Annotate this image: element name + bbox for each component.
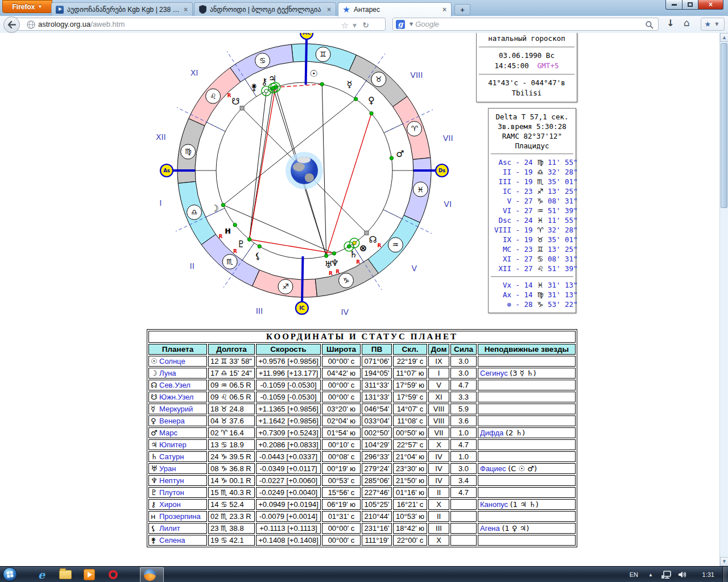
clock[interactable]: 1:31 <box>702 567 714 582</box>
planet-cell: ☉Солнце <box>148 356 207 367</box>
planet-cell: ♆Нептун <box>148 475 207 486</box>
latitude-cell: 00°00' с <box>322 523 361 534</box>
power-cell <box>450 511 477 522</box>
planet-link[interactable]: Хирон <box>159 500 181 509</box>
earth-globe <box>286 152 323 189</box>
planet-link[interactable]: Марс <box>159 429 177 437</box>
star-link[interactable]: Фациес <box>480 464 506 473</box>
house-label: VIII <box>410 70 423 80</box>
planet-link[interactable]: Меркурий <box>159 405 193 413</box>
internet-explorer-icon[interactable]: e <box>33 568 50 581</box>
planet-link[interactable]: Селена <box>159 536 185 544</box>
minimize-button[interactable] <box>665 0 682 10</box>
pv-cell: 210°44' <box>362 511 392 522</box>
media-player-icon[interactable] <box>81 568 98 581</box>
house-cell: VIII <box>428 404 449 414</box>
url-bar[interactable]: astrology.org.ua/aweb.htm ☆ ▼ ↻ <box>13 18 386 31</box>
column-header: Скорость <box>256 344 321 355</box>
bookmarks-button[interactable]: ★ ▼ <box>701 18 725 31</box>
longitude-cell: 12 ♊ 33' 58" <box>208 356 255 367</box>
close-button[interactable]: × <box>698 0 723 10</box>
opera-icon[interactable] <box>105 568 122 581</box>
download-icon[interactable]: ↓ <box>667 18 674 28</box>
scrollbar[interactable]: ▲ ▼ <box>719 33 728 566</box>
firefox-menu-button[interactable]: Firefox ▼ <box>2 0 52 13</box>
house-cell: II <box>428 511 449 522</box>
declination-cell: 16°21' с <box>393 499 427 510</box>
explorer-folder-icon[interactable] <box>57 568 74 581</box>
speed-cell: +0.1408 [+0.1408] <box>256 535 321 546</box>
planet-link[interactable]: Нептун <box>159 476 184 485</box>
maximize-button[interactable] <box>682 0 698 10</box>
planet-link[interactable]: Уран <box>159 464 176 473</box>
cusp-line: VIII - 19 ♈ 32' 28" <box>491 225 573 235</box>
scrollbar-thumb[interactable] <box>721 43 727 208</box>
star-link[interactable]: Канопус <box>480 500 508 509</box>
planet-link[interactable]: Плутон <box>159 488 184 497</box>
browser-navbar: astrology.org.ua/aweb.htm ☆ ▼ ↻ g ▼ Goog… <box>0 16 728 34</box>
cusp-line: Asc - 24 ♍ 11' 55" <box>491 157 573 167</box>
tab-1[interactable]: აუდიოჩანაწერები Kgb Kgb | 238 აუ... × <box>51 2 193 16</box>
star-link[interactable]: Сегинус <box>480 369 508 377</box>
svg-text:R: R <box>336 269 340 275</box>
planet-link[interactable]: Венера <box>159 417 185 425</box>
planet-cell: ♂Марс <box>148 427 207 438</box>
table-title-row: КООРДИНАТЫ И СТАТУС ПЛАНЕТ <box>148 331 576 343</box>
house-cell: V <box>428 380 449 390</box>
latitude-cell: 01°31' с <box>322 511 361 522</box>
sign-glyph: ♑ <box>343 276 350 285</box>
planet-link[interactable]: Южн.Узел <box>159 393 193 401</box>
declination-cell: 01°16' ю <box>393 487 427 498</box>
tab-close-icon[interactable]: × <box>441 6 448 14</box>
tab-antares-active[interactable]: ★ Антарес × <box>338 2 452 16</box>
moon-glyph: ☽ <box>210 203 218 214</box>
scroll-up-button[interactable]: ▲ <box>720 33 728 42</box>
planet-cell: ☿Меркурий <box>148 404 207 414</box>
new-tab-button[interactable]: + <box>454 4 470 15</box>
bookmark-star-icon[interactable]: ☆ <box>341 20 349 31</box>
start-button[interactable] <box>3 567 17 581</box>
language-indicator[interactable]: EN <box>630 567 638 582</box>
volume-icon[interactable] <box>678 567 687 582</box>
speed-cell: +0.1113 [+0.1113] <box>256 523 321 534</box>
house-label: IV <box>341 307 349 317</box>
planet-link[interactable]: Лилит <box>159 524 180 533</box>
tab-2[interactable]: ანდროიდი | ბლოგი ტექნოლოგია × <box>194 2 336 16</box>
fixed-star-cell <box>478 392 576 402</box>
planet-cell: ♀Венера <box>148 415 207 426</box>
power-cell: 1.0 <box>450 427 477 438</box>
planet-link[interactable]: Луна <box>159 369 176 377</box>
home-icon[interactable]: ⌂ <box>684 17 690 28</box>
chevron-down-icon[interactable]: ▼ <box>353 23 357 28</box>
star-link[interactable]: Агена <box>480 524 500 533</box>
search-icon[interactable] <box>646 21 653 29</box>
latitude-cell: 01°54' ю <box>322 427 361 438</box>
delta-t: Delta T 57,1 сек. <box>491 112 573 122</box>
cusp-line: Dsc - 24 ♓ 11' 55" <box>491 215 573 225</box>
planet-cell: нПрозерпина <box>148 511 207 522</box>
tab-close-icon[interactable]: × <box>326 6 332 14</box>
planet-link[interactable]: Сатурн <box>159 452 184 461</box>
planet-link[interactable]: Солнце <box>159 357 185 365</box>
scroll-down-button[interactable]: ▼ <box>720 557 728 566</box>
planet-link[interactable]: Прозерпина <box>159 512 201 521</box>
lilith-glyph: ⚸ <box>254 251 261 261</box>
tray-expand-icon[interactable]: ▲ <box>648 567 653 582</box>
tab-close-icon[interactable]: × <box>183 6 189 14</box>
search-box[interactable]: g ▼ Google <box>392 18 659 31</box>
houses-panel: Delta T 57,1 сек. Зв.время 5:30:28 RAMC … <box>488 108 576 313</box>
reload-icon[interactable]: ↻ <box>362 20 369 30</box>
show-desktop-button[interactable] <box>722 567 728 582</box>
url-path: /aweb.htm <box>90 20 125 28</box>
declination-cell: 22°57' с <box>393 439 427 450</box>
planet-link[interactable]: Сев.Узел <box>159 381 191 389</box>
birth-time: 14:45:00 <box>495 61 529 70</box>
network-icon[interactable] <box>661 567 671 582</box>
fixed-star-cell <box>478 511 576 522</box>
chevron-down-icon[interactable]: ▼ <box>410 22 413 27</box>
cusp-line: XI - 27 ♋ 08' 31" <box>491 254 573 264</box>
svg-text:R: R <box>228 93 231 98</box>
planet-link[interactable]: Юпитер <box>159 440 187 449</box>
back-button[interactable] <box>3 16 20 33</box>
star-link[interactable]: Дифда <box>480 429 503 437</box>
